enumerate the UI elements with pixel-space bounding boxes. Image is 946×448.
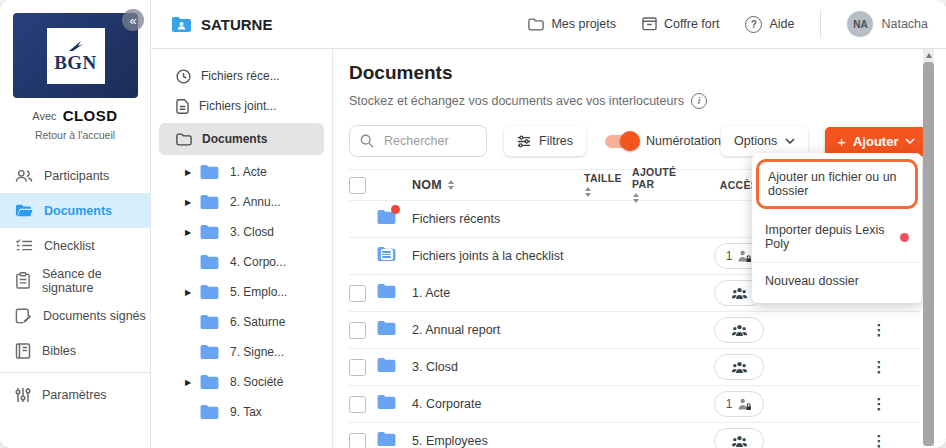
signed-document-icon <box>15 308 32 324</box>
row-name[interactable]: Fichiers joints à la checklist <box>412 249 584 263</box>
sidebar-item-label: Participants <box>44 169 109 183</box>
scrollbar-thumb[interactable] <box>923 62 934 446</box>
group-icon <box>731 361 748 374</box>
project-header: SATURNE <box>171 16 272 33</box>
table-row[interactable]: 2. Annual report <box>349 312 920 349</box>
row-name[interactable]: 1. Acte <box>412 286 584 300</box>
sidebar-item-documents[interactable]: Documents <box>0 193 150 228</box>
bird-logo-icon <box>68 40 84 52</box>
sidebar-item-parametres[interactable]: Paramètres <box>0 377 150 412</box>
options-button[interactable]: Options <box>721 126 808 156</box>
row-name[interactable]: 3. Closd <box>412 360 584 374</box>
row-name[interactable]: Fichiers récents <box>412 212 584 226</box>
chevron-down-icon <box>905 138 915 144</box>
row-menu-icon[interactable]: ⋮ <box>872 321 887 338</box>
header-nom[interactable]: NOM <box>412 178 584 192</box>
row-checkbox[interactable] <box>349 433 366 448</box>
group-icon <box>731 287 748 300</box>
row-checkbox[interactable] <box>349 396 366 413</box>
table-row[interactable]: 3. Closd <box>349 349 920 386</box>
tree-item-fichiers-recents[interactable]: Fichiers réce... <box>151 61 332 91</box>
access-badge[interactable] <box>714 428 764 448</box>
back-to-home-link[interactable]: Retour à l'accueil <box>0 129 150 141</box>
tree-folder-5-employees[interactable]: ▶ 5. Emplo... <box>151 277 332 307</box>
folder-icon <box>199 314 220 330</box>
row-name[interactable]: 4. Corporate <box>412 397 584 411</box>
tree-folder-4-corporate[interactable]: 4. Corpo... <box>151 247 332 277</box>
tree-folder-3-closd[interactable]: ▶ 3. Closd <box>151 217 332 247</box>
row-checkbox[interactable] <box>349 359 366 376</box>
menu-item-add-file-or-folder[interactable]: Ajouter un fichier ou un dossier <box>756 159 918 209</box>
group-icon <box>731 435 748 448</box>
sliders-vertical-icon <box>15 387 31 403</box>
tree-folder-2-annual[interactable]: ▶ 2. Annu... <box>151 187 332 217</box>
sort-icon <box>448 180 454 190</box>
new-feature-badge <box>900 233 909 242</box>
tree-item-fichiers-joints[interactable]: Fichiers joint... <box>151 91 332 121</box>
folder-icon <box>199 194 220 210</box>
expand-arrow-icon[interactable]: ▶ <box>185 288 199 297</box>
table-row[interactable]: 4. Corporate 1 <box>349 386 920 423</box>
info-icon[interactable]: i <box>691 93 707 109</box>
header-ajoute-par[interactable]: AJOUTÉ PAR <box>632 167 696 202</box>
checklist-folder-icon <box>376 246 397 262</box>
checklist-icon <box>15 238 33 253</box>
aide-link[interactable]: ? Aide <box>745 16 794 33</box>
tree-folder-9-tax[interactable]: 9. Tax <box>151 397 332 427</box>
sidebar-collapse-button[interactable]: « <box>122 9 144 31</box>
file-icon <box>176 99 189 114</box>
folder-icon <box>199 374 220 390</box>
row-name[interactable]: 2. Annual report <box>412 323 584 337</box>
row-checkbox[interactable] <box>349 322 366 339</box>
expand-arrow-icon[interactable]: ▶ <box>185 228 199 237</box>
people-icon <box>15 168 33 184</box>
book-icon <box>15 343 31 359</box>
tree-item-documents-root[interactable]: Documents <box>159 123 324 155</box>
sidebar-item-bibles[interactable]: Bibles <box>0 333 150 368</box>
person-lock-icon <box>737 398 752 411</box>
folder-icon <box>199 224 220 240</box>
sidebar-item-label: Documents <box>44 204 112 218</box>
access-badge[interactable] <box>714 317 764 343</box>
tree-folder-8-societe[interactable]: ▶ 8. Société <box>151 367 332 397</box>
sidebar-item-checklist[interactable]: Checklist <box>0 228 150 263</box>
nav-separator <box>0 372 150 373</box>
add-button[interactable]: + Ajouter <box>825 127 927 156</box>
search-box[interactable] <box>349 125 487 157</box>
row-name[interactable]: 5. Employees <box>412 434 584 448</box>
row-menu-icon[interactable]: ⋮ <box>872 432 887 448</box>
header-taille[interactable]: TAILLE <box>584 173 632 197</box>
avec-label: Avec <box>32 110 56 122</box>
search-input[interactable] <box>382 133 476 149</box>
scroll-up-arrow[interactable] <box>923 49 934 61</box>
row-checkbox[interactable] <box>349 285 366 302</box>
sidebar-item-label: Checklist <box>44 239 95 253</box>
coffre-fort-link[interactable]: Coffre fort <box>642 17 719 31</box>
folder-tree: Fichiers réce... Fichiers joint... Docum… <box>151 49 333 448</box>
expand-arrow-icon[interactable]: ▶ <box>185 168 199 177</box>
select-all-checkbox[interactable] <box>349 177 366 194</box>
expand-arrow-icon[interactable]: ▶ <box>185 198 199 207</box>
expand-arrow-icon[interactable]: ▶ <box>185 378 199 387</box>
tree-folder-7-signed[interactable]: 7. Signe... <box>151 337 332 367</box>
row-menu-icon[interactable]: ⋮ <box>872 358 887 375</box>
sidebar-item-documents-signes[interactable]: Documents signés <box>0 298 150 333</box>
filters-button[interactable]: Filtres <box>504 126 586 156</box>
tree-folder-1-acte[interactable]: ▶ 1. Acte <box>151 157 332 187</box>
tree-folder-6-saturne[interactable]: 6. Saturne <box>151 307 332 337</box>
table-row[interactable]: 5. Employees <box>349 423 920 448</box>
toggle-knob <box>620 131 640 151</box>
sidebar-item-label: Paramètres <box>42 388 107 402</box>
user-menu[interactable]: NA Natacha <box>847 11 928 37</box>
menu-item-new-folder[interactable]: Nouveau dossier <box>752 263 922 299</box>
mes-projets-link[interactable]: Mes projets <box>528 17 616 31</box>
vertical-scrollbar[interactable] <box>923 49 934 446</box>
menu-item-import-lexis-poly[interactable]: Importer depuis Lexis Poly <box>752 212 922 262</box>
access-badge[interactable] <box>714 354 764 380</box>
numbering-toggle[interactable] <box>605 135 637 148</box>
folder-icon <box>376 209 397 225</box>
sidebar-item-participants[interactable]: Participants <box>0 158 150 193</box>
row-menu-icon[interactable]: ⋮ <box>872 395 887 412</box>
sidebar-item-seance-de-signature[interactable]: Séance de signature <box>0 263 150 298</box>
access-badge[interactable]: 1 <box>714 391 764 417</box>
